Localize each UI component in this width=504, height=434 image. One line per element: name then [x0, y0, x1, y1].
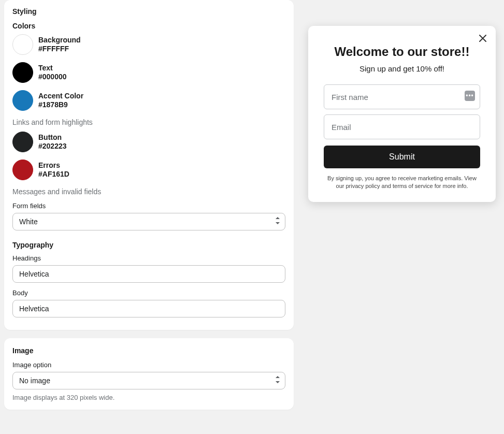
- color-hex: #1878B9: [38, 100, 83, 110]
- color-row-text[interactable]: Text #000000: [12, 62, 285, 83]
- color-name: Text: [38, 64, 67, 73]
- styling-card: Styling Colors Background #FFFFFF Text #…: [4, 0, 294, 330]
- section-title-typography: Typography: [12, 241, 285, 249]
- color-name: Errors: [38, 161, 69, 170]
- image-option-label: Image option: [12, 361, 285, 369]
- image-option-select[interactable]: No image: [12, 372, 285, 389]
- color-row-accent[interactable]: Accent Color #1878B9: [12, 90, 285, 111]
- body-font-select[interactable]: Helvetica: [12, 300, 285, 317]
- swatch-accent: [12, 90, 33, 111]
- section-title-colors: Colors: [12, 22, 285, 30]
- email-input[interactable]: [324, 114, 480, 139]
- autofill-icon: •••: [465, 91, 475, 101]
- preview-heading: Welcome to our store!!: [324, 45, 480, 59]
- color-hex: #202223: [38, 142, 67, 151]
- popup-preview: Welcome to our store!! Sign up and get 1…: [308, 26, 496, 202]
- swatch-text: [12, 62, 33, 83]
- first-name-input[interactable]: [324, 84, 480, 109]
- submit-button[interactable]: Submit: [324, 146, 480, 168]
- headings-select[interactable]: Helvetica: [12, 265, 285, 283]
- form-fields-label: Form fields: [12, 202, 285, 210]
- swatch-background: [12, 34, 33, 55]
- color-row-background[interactable]: Background #FFFFFF: [12, 34, 285, 55]
- color-hex: #FFFFFF: [38, 45, 81, 54]
- section-title-styling: Styling: [12, 7, 285, 16]
- color-name: Background: [38, 36, 81, 45]
- color-name: Accent Color: [38, 92, 83, 101]
- color-name: Button: [38, 133, 67, 142]
- color-row-button[interactable]: Button #202223: [12, 132, 285, 152]
- swatch-button: [12, 132, 33, 152]
- close-button[interactable]: [477, 31, 488, 46]
- section-title-image: Image: [12, 346, 285, 355]
- image-card: Image Image option No image Image displa…: [4, 338, 294, 410]
- image-option-value: No image: [19, 377, 50, 385]
- form-fields-value: White: [19, 218, 38, 226]
- image-help-text: Image displays at 320 pixels wide.: [12, 394, 285, 401]
- form-fields-select[interactable]: White: [12, 213, 285, 230]
- body-font-value: Helvetica: [19, 305, 49, 313]
- links-note: Links and form highlights: [12, 118, 285, 126]
- color-hex: #AF161D: [38, 170, 69, 179]
- errors-note: Messages and invalid fields: [12, 187, 285, 196]
- preview-subtitle: Sign up and get 10% off!: [324, 64, 480, 73]
- swatch-errors: [12, 160, 33, 180]
- close-icon: [479, 33, 486, 44]
- legal-text: By signing up, you agree to receive mark…: [324, 175, 480, 191]
- headings-label: Headings: [12, 254, 285, 262]
- body-font-label: Body: [12, 289, 285, 297]
- headings-value: Helvetica: [19, 270, 49, 278]
- color-row-errors[interactable]: Errors #AF161D: [12, 160, 285, 180]
- color-hex: #000000: [38, 73, 67, 82]
